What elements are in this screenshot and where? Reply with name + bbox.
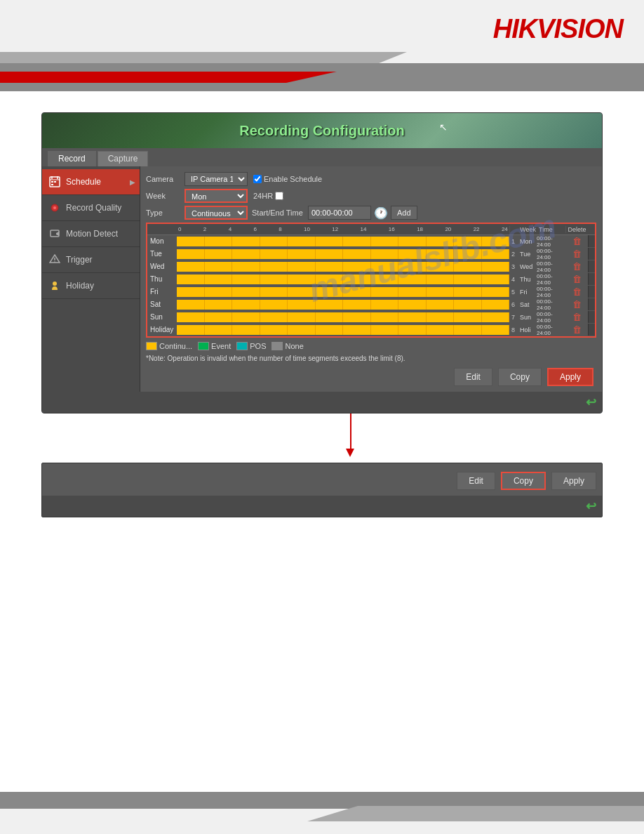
- enable-schedule-checkbox[interactable]: [253, 175, 262, 183]
- schedule-segment: [177, 262, 205, 272]
- header-red-band: [0, 72, 337, 83]
- schedule-segment: [454, 237, 482, 246]
- hikvision-logo: HIKVISION: [493, 14, 623, 44]
- schedule-segment: [260, 287, 288, 297]
- hr-checkbox[interactable]: [275, 192, 283, 200]
- day-label-tue: Tue: [147, 250, 177, 258]
- schedule-segment: [398, 312, 427, 322]
- wl-num-3: 4: [511, 276, 520, 283]
- schedule-segment: [232, 249, 260, 259]
- week-time-header: Week Time: [509, 226, 565, 233]
- grid-row-tue: Tue2Tue00:00-24:00🗑: [147, 248, 595, 260]
- schedule-segment: [427, 287, 455, 297]
- schedule-segment: [205, 325, 233, 335]
- legend-event: Event: [198, 342, 231, 350]
- sidebar-item-motion-detect[interactable]: Motion Detect: [42, 221, 140, 247]
- type-row: Type Continuous Start/End Time 🕐 Add: [146, 206, 596, 220]
- main-content: Camera IP Camera 1 Enable Schedule Week …: [140, 166, 602, 392]
- sidebar-motion-detect-label: Motion Detect: [66, 229, 118, 239]
- main-panel: Recording Configuration ↖ Record Capture: [41, 112, 603, 413]
- schedule-segment: [205, 312, 233, 322]
- delete-btn-2[interactable]: 🗑: [565, 261, 588, 272]
- time-clock-icon: 🕐: [374, 206, 388, 220]
- back-button-1[interactable]: ↩: [586, 395, 596, 410]
- schedule-segment: [288, 300, 316, 310]
- back-row-1: ↩: [42, 392, 602, 413]
- schedule-segment: [205, 274, 233, 284]
- start-end-time-input[interactable]: [308, 206, 371, 220]
- sidebar-record-quality-label: Record Quality: [66, 203, 121, 213]
- delete-btn-3[interactable]: 🗑: [565, 274, 588, 284]
- delete-btn-7[interactable]: 🗑: [565, 324, 588, 335]
- edit-button-2[interactable]: Edit: [457, 472, 495, 490]
- svg-rect-5: [54, 181, 56, 183]
- edit-button-1[interactable]: Edit: [454, 368, 492, 386]
- start-end-time-label: Start/End Time: [252, 208, 308, 217]
- schedule-bar-thu[interactable]: [177, 274, 509, 284]
- schedule-bar-tue[interactable]: [177, 249, 509, 259]
- copy-button-2[interactable]: Copy: [501, 472, 546, 490]
- wl-num-4: 5: [511, 289, 520, 296]
- schedule-segment: [260, 249, 288, 259]
- apply-button-2[interactable]: Apply: [551, 472, 596, 490]
- schedule-bar-mon[interactable]: [177, 237, 509, 246]
- delete-btn-5[interactable]: 🗑: [565, 299, 588, 310]
- apply-button-1[interactable]: Apply: [547, 368, 593, 386]
- schedule-segment: [371, 262, 399, 272]
- day-label-holiday: Holiday: [147, 326, 177, 333]
- tick-8: 8: [279, 226, 281, 232]
- wl-num-7: 8: [511, 326, 520, 333]
- day-label-fri: Fri: [147, 288, 177, 296]
- schedule-bar-wed[interactable]: [177, 262, 509, 272]
- delete-btn-6[interactable]: 🗑: [565, 312, 588, 322]
- schedule-segment: [288, 249, 316, 259]
- footer-gray-diagonal: [307, 806, 644, 821]
- schedule-segment: [288, 287, 316, 297]
- schedule-segment: [343, 262, 371, 272]
- sidebar-item-trigger[interactable]: Trigger: [42, 247, 140, 273]
- sidebar-item-holiday[interactable]: Holiday: [42, 273, 140, 299]
- scrollbar-row: [588, 298, 595, 310]
- schedule-segment: [177, 300, 205, 310]
- sidebar-item-schedule[interactable]: Schedule ▶: [42, 169, 140, 195]
- type-select[interactable]: Continuous: [185, 206, 248, 220]
- delete-btn-4[interactable]: 🗑: [565, 286, 588, 297]
- add-button[interactable]: Add: [391, 206, 417, 220]
- scrollbar-row: [588, 235, 595, 247]
- record-quality-icon: [48, 201, 62, 215]
- schedule-segment: [371, 325, 399, 335]
- schedule-bar-sat[interactable]: [177, 300, 509, 310]
- grid-rows-container: Mon1Mon00:00-24:00🗑Tue2Tue00:00-24:00🗑We…: [147, 235, 595, 336]
- grid-row-thu: Thu4Thu00:00-24:00🗑: [147, 273, 595, 286]
- svg-point-14: [53, 282, 57, 286]
- wl-time-0: 00:00-24:00: [537, 235, 564, 248]
- sidebar: Schedule ▶ Record Quality: [42, 166, 140, 392]
- sidebar-schedule-arrow: ▶: [130, 178, 135, 186]
- copy-button-1[interactable]: Copy: [498, 368, 542, 386]
- delete-btn-1[interactable]: 🗑: [565, 249, 588, 259]
- back-button-2[interactable]: ↩: [586, 498, 596, 514]
- schedule-segment: [232, 274, 260, 284]
- wl-day-7: Holi: [520, 326, 537, 333]
- svg-rect-6: [51, 184, 53, 185]
- delete-btn-0[interactable]: 🗑: [565, 236, 588, 246]
- schedule-bar-sun[interactable]: [177, 312, 509, 322]
- schedule-segment: [343, 274, 371, 284]
- note-text: *Note: Operation is invalid when the num…: [146, 355, 596, 362]
- tab-record[interactable]: Record: [48, 151, 96, 166]
- wl-time-6: 00:00-24:00: [537, 311, 564, 324]
- schedule-grid: 0 2 4 6 8 10 12 14 16 18 20: [146, 223, 596, 338]
- schedule-segment: [232, 325, 260, 335]
- camera-select[interactable]: IP Camera 1: [185, 172, 248, 186]
- schedule-bar-fri[interactable]: [177, 287, 509, 297]
- schedule-bar-holiday[interactable]: [177, 325, 509, 335]
- tab-capture[interactable]: Capture: [98, 151, 149, 166]
- scrollbar-row: [588, 260, 595, 272]
- schedule-segment: [454, 262, 482, 272]
- svg-point-13: [54, 261, 55, 263]
- week-select[interactable]: Mon: [185, 189, 248, 203]
- schedule-segment: [232, 237, 260, 246]
- inner-layout: Schedule ▶ Record Quality: [42, 166, 602, 392]
- schedule-segment: [177, 287, 205, 297]
- sidebar-item-record-quality[interactable]: Record Quality: [42, 195, 140, 221]
